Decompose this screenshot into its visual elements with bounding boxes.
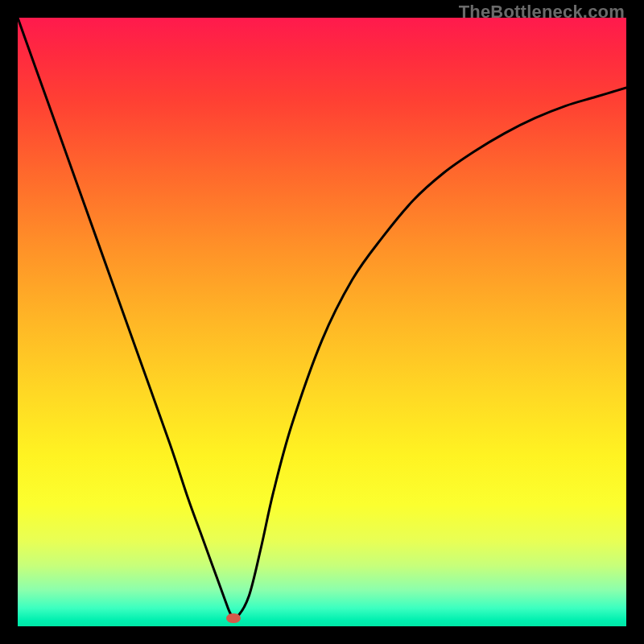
chart-frame: TheBottleneck.com [0, 0, 644, 644]
bottleneck-curve [18, 18, 626, 618]
optimal-marker [226, 613, 241, 623]
plot-area [18, 18, 626, 626]
curve-svg [18, 18, 626, 626]
